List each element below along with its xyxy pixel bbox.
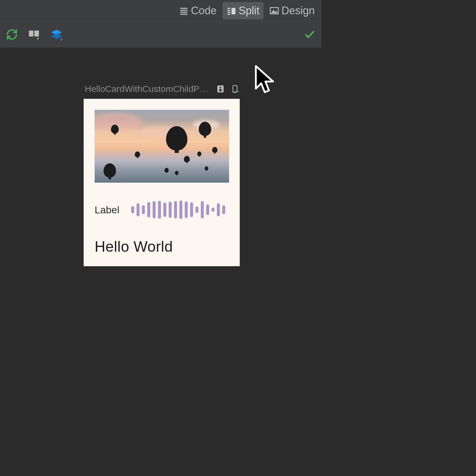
svg-rect-12 <box>35 31 39 37</box>
view-mode-bar: Code Split Design <box>0 0 321 21</box>
device-run-icon[interactable] <box>231 85 239 93</box>
svg-marker-23 <box>256 66 273 92</box>
svg-marker-15 <box>51 33 62 39</box>
menu-icon <box>179 6 189 15</box>
svg-marker-10 <box>271 10 277 13</box>
card-label-row: Label <box>95 201 229 219</box>
image-icon <box>270 6 279 15</box>
tab-split[interactable]: Split <box>223 2 264 19</box>
svg-rect-11 <box>29 31 33 37</box>
card-label: Label <box>95 204 119 216</box>
tab-design[interactable]: Design <box>265 2 319 19</box>
interactive-preview-icon[interactable] <box>216 85 225 93</box>
tab-split-label: Split <box>239 4 259 17</box>
waveform-icon <box>131 201 225 219</box>
preview-header: HelloCardWithCustomChildPrev... <box>85 84 239 94</box>
svg-rect-8 <box>231 8 235 14</box>
preview-card: Label Hello World <box>84 99 240 266</box>
mouse-cursor <box>253 65 277 98</box>
split-icon <box>227 6 236 15</box>
tab-code[interactable]: Code <box>175 2 221 19</box>
svg-marker-22 <box>237 90 239 93</box>
tab-design-label: Design <box>281 4 315 17</box>
preview-title: HelloCardWithCustomChildPrev... <box>85 84 210 94</box>
refresh-icon[interactable] <box>6 29 18 40</box>
card-image <box>95 110 229 183</box>
layers-icon[interactable] <box>50 28 63 41</box>
svg-point-18 <box>220 87 221 88</box>
svg-rect-19 <box>219 89 222 91</box>
svg-marker-13 <box>37 38 39 40</box>
check-icon[interactable] <box>304 29 315 40</box>
svg-marker-16 <box>60 39 62 41</box>
preview-canvas: HelloCardWithCustomChildPrev... <box>0 48 321 321</box>
panel-layout-icon[interactable] <box>28 29 40 40</box>
preview-toolbar <box>0 21 321 48</box>
tab-code-label: Code <box>191 4 217 17</box>
card-greeting: Hello World <box>95 238 229 255</box>
